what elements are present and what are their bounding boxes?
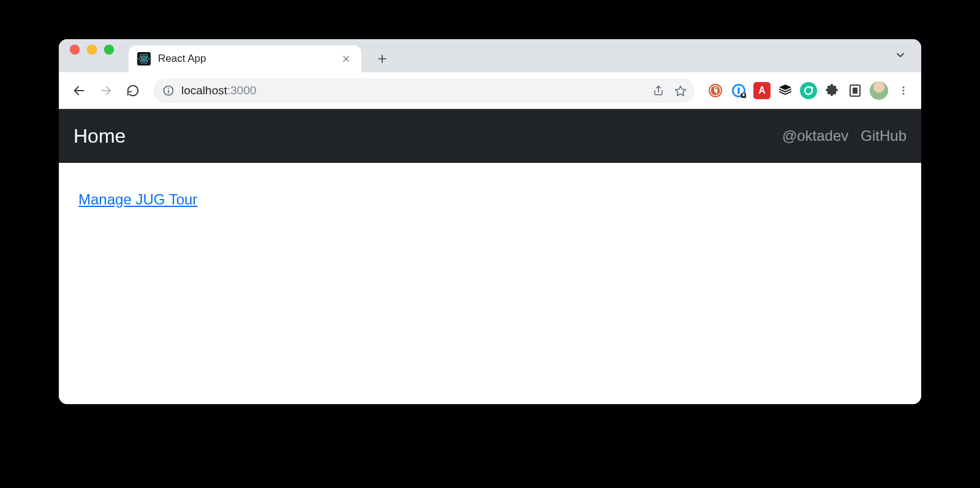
site-info-icon[interactable] [162, 84, 175, 97]
page-viewport: Home @oktadev GitHub Manage JUG Tour [59, 109, 921, 404]
svg-point-28 [903, 92, 905, 94]
chrome-menu-button[interactable] [894, 81, 913, 100]
address-port: :3000 [227, 84, 257, 97]
address-host: localhost [181, 84, 227, 97]
buffer-icon[interactable] [777, 82, 794, 99]
react-icon [137, 52, 151, 66]
reload-button[interactable] [121, 79, 145, 102]
svg-rect-25 [853, 88, 858, 94]
address-bar[interactable]: localhost:3000 [153, 78, 695, 103]
forward-button[interactable] [94, 79, 118, 102]
bookmark-icon[interactable] [673, 83, 688, 99]
window-controls [70, 39, 129, 72]
duckduckgo-icon[interactable] [707, 82, 724, 99]
close-tab-button[interactable] [341, 53, 352, 64]
reader-icon[interactable] [846, 82, 864, 99]
window-minimize-button[interactable] [87, 45, 97, 54]
back-button[interactable] [67, 79, 91, 102]
browser-tab-strip: React App [59, 39, 921, 72]
svg-rect-22 [743, 94, 745, 96]
svg-point-17 [715, 88, 717, 89]
asciidoctor-icon[interactable]: A [753, 82, 771, 99]
page-content: Manage JUG Tour [59, 163, 921, 236]
svg-point-27 [903, 89, 905, 91]
svg-point-0 [143, 58, 145, 59]
svg-point-26 [903, 86, 905, 88]
nav-link-github[interactable]: GitHub [861, 127, 907, 145]
svg-point-23 [801, 83, 816, 98]
navbar-brand[interactable]: Home [74, 125, 126, 148]
app-navbar: Home @oktadev GitHub [59, 109, 921, 163]
browser-window: React App [59, 39, 921, 404]
extensions-row: A [703, 81, 913, 100]
share-icon[interactable] [650, 83, 666, 99]
tab-title: React App [158, 53, 333, 65]
nav-link-oktadev[interactable]: @oktadev [782, 127, 848, 145]
address-text[interactable]: localhost:3000 [181, 78, 644, 103]
svg-marker-13 [676, 86, 686, 96]
browser-tab-active[interactable]: React App [129, 45, 361, 72]
manage-jug-tour-link[interactable]: Manage JUG Tour [78, 191, 197, 208]
onepassword-icon[interactable] [730, 82, 747, 99]
profile-avatar[interactable] [870, 81, 888, 100]
new-tab-button[interactable] [370, 47, 394, 71]
extensions-icon[interactable] [823, 82, 840, 99]
svg-rect-20 [737, 87, 739, 94]
window-close-button[interactable] [70, 45, 80, 54]
tab-overflow-button[interactable] [892, 47, 909, 64]
window-zoom-button[interactable] [104, 45, 114, 54]
svg-point-12 [168, 88, 169, 89]
browser-toolbar: localhost:3000 A [59, 72, 921, 109]
grammarly-icon[interactable] [800, 82, 817, 99]
